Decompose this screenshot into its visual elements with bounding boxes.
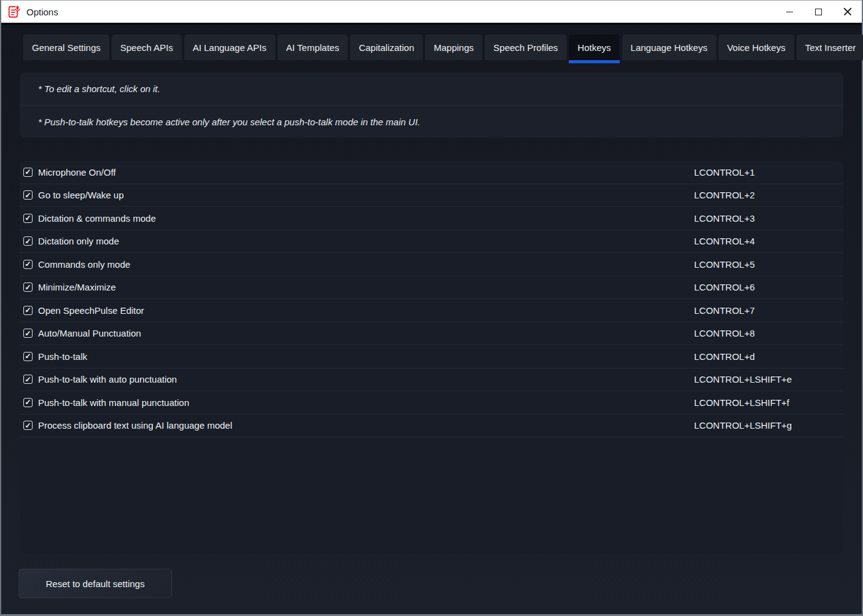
hotkey-row[interactable]: Minimize/Maximize LCONTROL+6 [20, 276, 843, 300]
hotkey-label: Dictation only mode [38, 236, 119, 246]
tab[interactable]: Speech APIs [112, 34, 182, 60]
hotkey-checkbox[interactable] [23, 214, 33, 223]
hotkey-row[interactable]: Push-to-talk with auto punctuation LCONT… [20, 368, 843, 392]
hotkey-row[interactable]: Push-to-talk LCONTROL+d [20, 345, 843, 368]
hotkey-shortcut[interactable]: LCONTROL+2 [694, 190, 755, 200]
tab[interactable]: Speech Profiles [485, 34, 566, 60]
reset-defaults-button[interactable]: Reset to default settings [18, 569, 172, 598]
options-content: General SettingsSpeech APIsAI Language A… [1, 25, 862, 614]
note-item: * To edit a shortcut, click on it. [20, 72, 843, 105]
hotkey-label: Push-to-talk [38, 351, 87, 362]
hotkey-row[interactable]: Dictation & commands mode LCONTROL+3 [20, 207, 843, 230]
hotkey-label: Process clipboard text using AI language… [38, 420, 232, 431]
hotkey-row[interactable]: Go to sleep/Wake up LCONTROL+2 [20, 184, 843, 208]
maximize-button[interactable] [804, 1, 833, 23]
hotkey-shortcut[interactable]: LCONTROL+5 [694, 259, 755, 270]
hotkey-checkbox[interactable] [23, 283, 33, 292]
hotkey-row[interactable]: Commands only mode LCONTROL+5 [20, 253, 843, 276]
hotkey-shortcut[interactable]: LCONTROL+8 [694, 328, 755, 338]
hotkey-label: Push-to-talk with manual punctuation [38, 397, 189, 408]
tab[interactable]: AI Language APIs [184, 34, 275, 60]
hotkey-label: Push-to-talk with auto punctuation [38, 374, 177, 384]
hotkey-checkbox[interactable] [23, 398, 33, 407]
hotkey-shortcut[interactable]: LCONTROL+d [694, 351, 755, 362]
tab[interactable]: Language Hotkeys [622, 34, 716, 60]
close-icon [843, 7, 852, 16]
hotkey-label: Open SpeechPulse Editor [38, 305, 144, 316]
hotkey-list: Microphone On/Off LCONTROL+1 Go to sleep… [20, 161, 843, 553]
hotkey-checkbox[interactable] [23, 168, 33, 177]
close-button[interactable] [833, 1, 862, 23]
hotkey-label: Microphone On/Off [38, 167, 115, 177]
tab[interactable]: Text Inserter [797, 34, 863, 60]
app-icon [7, 5, 21, 18]
hotkey-shortcut[interactable]: LCONTROL+LSHIFT+g [694, 420, 792, 431]
hotkey-label: Auto/Manual Punctuation [38, 328, 141, 338]
tab[interactable]: General Settings [23, 34, 109, 60]
hotkey-label: Go to sleep/Wake up [38, 190, 124, 200]
window-title: Options [26, 7, 58, 17]
hotkey-shortcut[interactable]: LCONTROL+LSHIFT+e [694, 374, 792, 384]
hotkey-checkbox[interactable] [23, 306, 33, 315]
minimize-button[interactable] [775, 1, 804, 23]
hotkey-shortcut[interactable]: LCONTROL+6 [694, 282, 755, 292]
hotkey-checkbox[interactable] [23, 352, 33, 361]
hotkey-shortcut[interactable]: LCONTROL+1 [694, 167, 755, 177]
hotkey-row[interactable]: Push-to-talk with manual punctuation LCO… [20, 391, 843, 415]
note-item: * Push-to-talk hotkeys become active onl… [20, 105, 843, 138]
tab[interactable]: Voice Hotkeys [719, 34, 794, 60]
tab[interactable]: Hotkeys [569, 34, 619, 60]
tab[interactable]: AI Templates [278, 34, 348, 60]
hotkey-shortcut[interactable]: LCONTROL+7 [694, 305, 755, 316]
minimize-icon [786, 12, 793, 12]
hotkey-checkbox[interactable] [23, 421, 33, 430]
notes-panel: * To edit a shortcut, click on it.* Push… [20, 72, 843, 138]
hotkey-checkbox[interactable] [23, 260, 33, 269]
tab-bar: General SettingsSpeech APIsAI Language A… [23, 34, 843, 60]
hotkey-shortcut[interactable]: LCONTROL+4 [694, 236, 755, 246]
tab[interactable]: Capitalization [350, 34, 423, 60]
hotkey-row[interactable]: Dictation only mode LCONTROL+4 [20, 230, 843, 254]
titlebar: Options [1, 1, 862, 23]
window-controls [775, 1, 862, 23]
maximize-icon [815, 9, 822, 15]
hotkey-checkbox[interactable] [23, 236, 33, 246]
hotkey-shortcut[interactable]: LCONTROL+LSHIFT+f [694, 397, 789, 408]
hotkey-label: Commands only mode [38, 259, 130, 270]
hotkey-row[interactable]: Open SpeechPulse Editor LCONTROL+7 [20, 299, 843, 322]
hotkey-shortcut[interactable]: LCONTROL+3 [694, 213, 755, 224]
hotkey-label: Dictation & commands mode [38, 213, 156, 224]
hotkey-checkbox[interactable] [23, 190, 33, 200]
hotkey-row[interactable]: Process clipboard text using AI language… [20, 415, 843, 438]
hotkey-label: Minimize/Maximize [38, 282, 116, 292]
hotkey-row[interactable]: Auto/Manual Punctuation LCONTROL+8 [20, 322, 843, 346]
hotkey-checkbox[interactable] [23, 329, 33, 338]
hotkey-checkbox[interactable] [23, 375, 33, 384]
hotkey-row[interactable]: Microphone On/Off LCONTROL+1 [20, 161, 843, 184]
options-window: Options General SettingsSpeech APIsAI La… [0, 0, 863, 616]
tab[interactable]: Mappings [425, 34, 482, 60]
